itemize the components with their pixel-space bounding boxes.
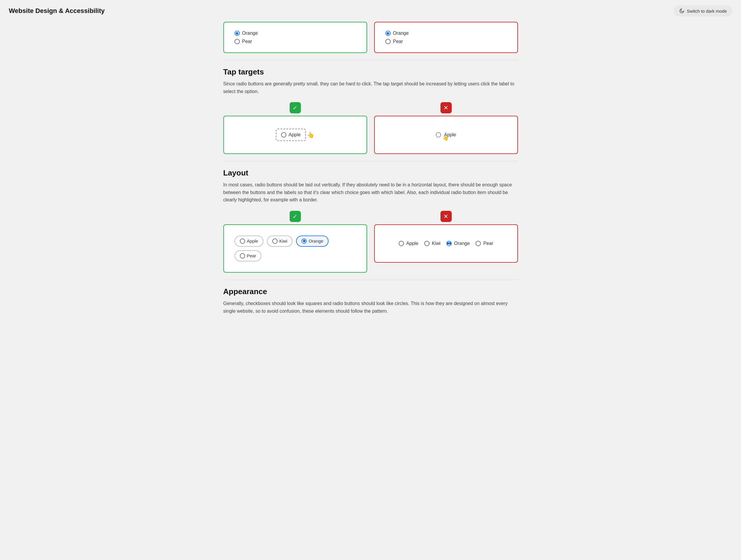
moon-icon: [679, 8, 684, 13]
top-good-orange-radio[interactable]: [234, 30, 240, 36]
tap-targets-good-text: Apple: [289, 132, 301, 138]
layout-desc: In most cases, radio buttons should be l…: [223, 181, 518, 204]
layout-good-pear[interactable]: Pear: [234, 250, 262, 261]
bad-apple-label: Apple: [406, 241, 418, 246]
layout-apple-radio[interactable]: [240, 238, 245, 244]
top-good-orange-label: Orange: [242, 30, 258, 36]
bad-orange-item: Orange: [446, 241, 470, 246]
tap-targets-bad-badge: ✕: [441, 102, 452, 113]
layout-good-container: ✓ Apple Kiwi Orange: [223, 211, 367, 273]
layout-examples: ✓ Apple Kiwi Orange: [223, 211, 518, 273]
layout-bad-badge: ✕: [441, 211, 452, 222]
tap-targets-desc: Since radio buttons are generally pretty…: [223, 80, 518, 95]
divider-2: [223, 161, 518, 161]
layout-good-orange[interactable]: Orange: [296, 236, 329, 247]
layout-orange-radio[interactable]: [301, 238, 307, 244]
layout-good-pills: Apple Kiwi Orange Pear: [234, 236, 356, 261]
appearance-desc: Generally, checkboxes should look like s…: [223, 300, 518, 315]
site-title: Website Design & Accessibility: [9, 7, 105, 15]
layout-good-box: Apple Kiwi Orange Pear: [223, 224, 367, 273]
layout-bad-box: Apple Kiwi Orange: [374, 224, 518, 263]
layout-good-badge: ✓: [290, 211, 301, 222]
tap-targets-good-radio[interactable]: [281, 132, 286, 138]
bad-kiwi-radio[interactable]: [424, 241, 429, 246]
layout-pear-label: Pear: [247, 253, 256, 258]
tap-targets-examples: ✓ Apple 👆 ✕ Apple: [223, 102, 518, 154]
layout-good-kiwi[interactable]: Kiwi: [267, 236, 293, 247]
top-bad-orange-row: Orange: [385, 30, 507, 36]
top-bad-pear-radio[interactable]: [385, 39, 391, 44]
layout-title: Layout: [223, 168, 518, 177]
tap-targets-good-container: ✓ Apple 👆: [223, 102, 367, 154]
top-good-pear-row: Pear: [234, 39, 356, 44]
layout-good-apple[interactable]: Apple: [234, 236, 263, 247]
bad-kiwi-label: Kiwi: [432, 241, 441, 246]
layout-kiwi-radio[interactable]: [272, 238, 278, 244]
bad-x-mark: ✕: [444, 104, 449, 111]
layout-section: Layout In most cases, radio buttons shou…: [223, 168, 518, 273]
top-bad-pear-row: Pear: [385, 39, 507, 44]
layout-bad-xmark: ✕: [444, 213, 449, 220]
top-bad-orange-label: Orange: [393, 30, 409, 36]
top-bad-pear-label: Pear: [393, 39, 403, 44]
layout-kiwi-label: Kiwi: [279, 238, 287, 243]
tap-targets-good-box: Apple 👆: [223, 116, 367, 154]
bad-pear-item: Pear: [476, 241, 493, 246]
layout-apple-label: Apple: [247, 238, 258, 243]
tap-targets-section: Tap targets Since radio buttons are gene…: [223, 67, 518, 154]
bad-pear-radio[interactable]: [476, 241, 481, 246]
dark-mode-label: Switch to dark mode: [687, 9, 727, 13]
top-bad-orange-radio[interactable]: [385, 30, 391, 36]
top-good-pear-label: Pear: [242, 39, 252, 44]
tap-targets-bad-box: Apple 👆: [374, 116, 518, 154]
divider-1: [223, 60, 518, 60]
top-good-orange-row: Orange: [234, 30, 356, 36]
dark-mode-button[interactable]: Switch to dark mode: [674, 5, 732, 16]
bad-orange-radio[interactable]: [446, 241, 452, 246]
tap-targets-bad-content: Apple 👆: [436, 132, 456, 138]
tap-targets-good-label[interactable]: Apple: [276, 129, 306, 141]
bad-pear-label: Pear: [483, 241, 493, 246]
bad-orange-dot: [447, 242, 449, 245]
appearance-section: Appearance Generally, checkboxes should …: [223, 287, 518, 315]
cursor-pointer-icon: 👆: [307, 131, 314, 138]
tap-targets-bad-container: ✕ Apple 👆: [374, 102, 518, 154]
top-bad-box: Orange Pear: [374, 22, 518, 53]
cursor-hand-icon: 👆: [442, 135, 449, 141]
header: Website Design & Accessibility Switch to…: [0, 0, 741, 22]
layout-pear-radio[interactable]: [240, 253, 245, 258]
layout-bad-items: Apple Kiwi Orange: [399, 241, 493, 246]
top-radios-section: Orange Pear Orange Pear: [223, 22, 518, 53]
main-content: Orange Pear Orange Pear Tap targets Sinc…: [214, 22, 527, 326]
appearance-title: Appearance: [223, 287, 518, 296]
bad-apple-radio[interactable]: [399, 241, 404, 246]
tap-targets-bad-radio[interactable]: [436, 132, 441, 138]
good-checkmark: ✓: [292, 104, 297, 111]
layout-bad-container: ✕ Apple Kiwi: [374, 211, 518, 273]
layout-orange-label: Orange: [309, 238, 323, 243]
top-good-pear-radio[interactable]: [234, 39, 240, 44]
bad-apple-item: Apple: [399, 241, 418, 246]
layout-good-checkmark: ✓: [292, 213, 297, 220]
tap-targets-good-badge: ✓: [290, 102, 301, 113]
tap-targets-title: Tap targets: [223, 67, 518, 77]
top-good-box: Orange Pear: [223, 22, 367, 53]
bad-kiwi-item: Kiwi: [424, 241, 441, 246]
bad-orange-label: Orange: [454, 241, 470, 246]
